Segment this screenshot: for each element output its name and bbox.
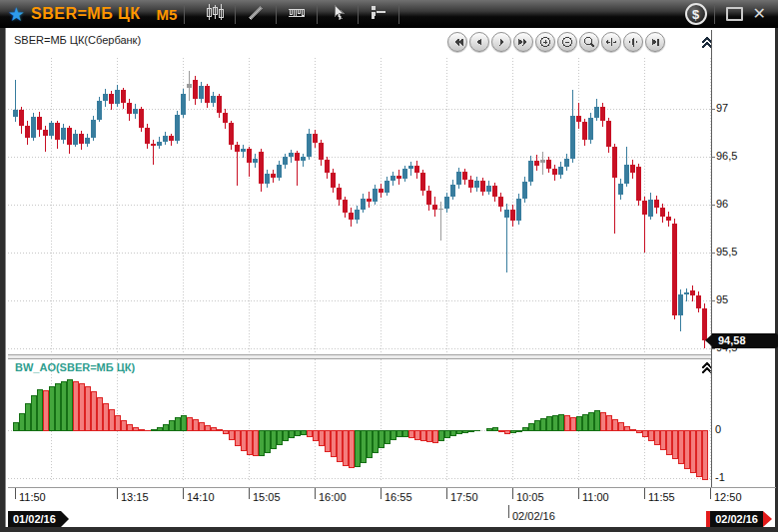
- instrument-title: SBER=МБ ЦК: [31, 5, 141, 23]
- cursor-tool-button[interactable]: [325, 2, 351, 26]
- indicator-icon: [287, 3, 307, 25]
- trading-terminal-window: ★ SBER=МБ ЦК М5 $ ✕ SBER=МБ ЦК(Сбербанк)…: [0, 0, 778, 532]
- levels-tool-button[interactable]: [366, 2, 391, 26]
- toolbar-separator: [358, 4, 359, 24]
- restore-window-button[interactable]: [726, 7, 743, 21]
- toolbar-separator: [317, 4, 318, 24]
- toolbar-separator: [398, 4, 399, 24]
- toolbar-tools: [202, 2, 406, 26]
- toolbar-separator: [184, 4, 185, 24]
- currency-button[interactable]: $: [685, 3, 707, 25]
- cursor-icon: [329, 3, 347, 25]
- candlestick-tool-button[interactable]: [202, 2, 228, 26]
- toolbar-separator: [235, 4, 236, 24]
- draw-tool-button[interactable]: [243, 2, 269, 26]
- candles-icon: [205, 3, 225, 25]
- indicator-tool-button[interactable]: [284, 2, 310, 26]
- toolbar-separator: [276, 4, 277, 24]
- close-window-button[interactable]: ✕: [747, 1, 772, 27]
- titlebar: ★ SBER=МБ ЦК М5 $ ✕: [0, 0, 778, 28]
- timeframe-label: М5: [157, 6, 178, 23]
- favorite-star-icon: ★: [8, 3, 25, 26]
- window-controls: $ ✕: [685, 0, 772, 28]
- pencil-icon: [247, 3, 265, 25]
- levels-icon: [369, 3, 389, 25]
- chart-panel: [5, 28, 775, 527]
- toolbar-separator: [714, 4, 715, 24]
